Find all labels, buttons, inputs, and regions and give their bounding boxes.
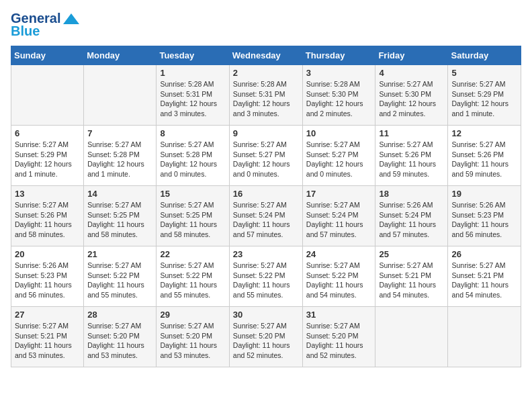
calendar-cell: 20Sunrise: 5:26 AM Sunset: 5:23 PM Dayli… xyxy=(11,246,84,307)
day-info: Sunrise: 5:27 AM Sunset: 5:26 PM Dayligh… xyxy=(379,140,444,179)
day-number: 24 xyxy=(306,249,372,259)
calendar-cell: 16Sunrise: 5:27 AM Sunset: 5:24 PM Dayli… xyxy=(229,186,302,246)
day-info: Sunrise: 5:27 AM Sunset: 5:24 PM Dayligh… xyxy=(306,200,372,240)
day-number: 13 xyxy=(15,189,80,199)
day-number: 31 xyxy=(306,310,372,320)
day-number: 12 xyxy=(451,128,517,138)
week-row-5: 27Sunrise: 5:27 AM Sunset: 5:21 PM Dayli… xyxy=(11,307,521,367)
day-number: 10 xyxy=(306,128,372,138)
day-number: 3 xyxy=(306,68,372,78)
day-info: Sunrise: 5:26 AM Sunset: 5:23 PM Dayligh… xyxy=(451,200,517,240)
header-row: SundayMondayTuesdayWednesdayThursdayFrid… xyxy=(11,46,521,65)
header-cell-sunday: Sunday xyxy=(11,46,84,65)
calendar-cell: 3Sunrise: 5:28 AM Sunset: 5:30 PM Daylig… xyxy=(302,65,375,126)
day-info: Sunrise: 5:28 AM Sunset: 5:31 PM Dayligh… xyxy=(160,79,225,119)
header-cell-saturday: Saturday xyxy=(448,46,521,65)
day-number: 6 xyxy=(15,128,80,138)
calendar-cell: 29Sunrise: 5:27 AM Sunset: 5:20 PM Dayli… xyxy=(157,307,229,367)
day-number: 20 xyxy=(15,249,80,259)
day-number: 23 xyxy=(233,249,299,259)
day-number: 16 xyxy=(233,189,299,199)
calendar-cell: 22Sunrise: 5:27 AM Sunset: 5:22 PM Dayli… xyxy=(157,246,229,307)
logo-icon xyxy=(62,12,81,26)
calendar-cell: 21Sunrise: 5:27 AM Sunset: 5:22 PM Dayli… xyxy=(84,246,157,307)
calendar-cell: 17Sunrise: 5:27 AM Sunset: 5:24 PM Dayli… xyxy=(302,186,375,246)
calendar-cell: 1Sunrise: 5:28 AM Sunset: 5:31 PM Daylig… xyxy=(157,65,229,126)
day-info: Sunrise: 5:28 AM Sunset: 5:30 PM Dayligh… xyxy=(306,79,372,119)
calendar-cell: 8Sunrise: 5:27 AM Sunset: 5:28 PM Daylig… xyxy=(157,126,229,186)
week-row-4: 20Sunrise: 5:26 AM Sunset: 5:23 PM Dayli… xyxy=(11,246,521,307)
calendar-cell: 26Sunrise: 5:27 AM Sunset: 5:21 PM Dayli… xyxy=(448,246,521,307)
day-info: Sunrise: 5:26 AM Sunset: 5:23 PM Dayligh… xyxy=(15,261,80,300)
calendar-body: 1Sunrise: 5:28 AM Sunset: 5:31 PM Daylig… xyxy=(11,65,521,367)
day-number: 21 xyxy=(87,249,152,259)
day-number: 11 xyxy=(379,128,444,138)
calendar-cell: 14Sunrise: 5:27 AM Sunset: 5:25 PM Dayli… xyxy=(84,186,157,246)
day-info: Sunrise: 5:27 AM Sunset: 5:20 PM Dayligh… xyxy=(306,321,372,361)
week-row-2: 6Sunrise: 5:27 AM Sunset: 5:29 PM Daylig… xyxy=(11,126,521,186)
calendar-cell: 18Sunrise: 5:26 AM Sunset: 5:24 PM Dayli… xyxy=(375,186,448,246)
svg-marker-0 xyxy=(63,13,79,24)
day-info: Sunrise: 5:27 AM Sunset: 5:22 PM Dayligh… xyxy=(87,261,152,300)
logo-blue-text: Blue xyxy=(11,24,40,39)
calendar-cell: 4Sunrise: 5:27 AM Sunset: 5:30 PM Daylig… xyxy=(375,65,448,126)
day-info: Sunrise: 5:27 AM Sunset: 5:28 PM Dayligh… xyxy=(87,140,152,179)
day-info: Sunrise: 5:26 AM Sunset: 5:24 PM Dayligh… xyxy=(379,200,444,240)
day-number: 19 xyxy=(451,189,517,199)
day-info: Sunrise: 5:27 AM Sunset: 5:21 PM Dayligh… xyxy=(379,261,444,300)
day-number: 1 xyxy=(160,68,225,78)
day-number: 15 xyxy=(160,189,225,199)
calendar-cell: 25Sunrise: 5:27 AM Sunset: 5:21 PM Dayli… xyxy=(375,246,448,307)
header-cell-thursday: Thursday xyxy=(302,46,375,65)
day-info: Sunrise: 5:27 AM Sunset: 5:21 PM Dayligh… xyxy=(451,261,517,300)
day-number: 28 xyxy=(87,310,152,320)
day-info: Sunrise: 5:28 AM Sunset: 5:31 PM Dayligh… xyxy=(233,79,299,119)
calendar-cell: 27Sunrise: 5:27 AM Sunset: 5:21 PM Dayli… xyxy=(11,307,84,367)
calendar-table: SundayMondayTuesdayWednesdayThursdayFrid… xyxy=(11,46,521,367)
day-number: 22 xyxy=(160,249,225,259)
day-info: Sunrise: 5:27 AM Sunset: 5:20 PM Dayligh… xyxy=(87,321,152,361)
calendar-cell: 12Sunrise: 5:27 AM Sunset: 5:26 PM Dayli… xyxy=(448,126,521,186)
day-info: Sunrise: 5:27 AM Sunset: 5:22 PM Dayligh… xyxy=(160,261,225,300)
calendar-cell: 5Sunrise: 5:27 AM Sunset: 5:29 PM Daylig… xyxy=(448,65,521,126)
calendar-cell xyxy=(11,65,84,126)
day-info: Sunrise: 5:27 AM Sunset: 5:29 PM Dayligh… xyxy=(15,140,80,179)
day-number: 27 xyxy=(15,310,80,320)
day-number: 8 xyxy=(160,128,225,138)
day-info: Sunrise: 5:27 AM Sunset: 5:26 PM Dayligh… xyxy=(451,140,517,179)
calendar-cell: 10Sunrise: 5:27 AM Sunset: 5:27 PM Dayli… xyxy=(302,126,375,186)
day-number: 25 xyxy=(379,249,444,259)
calendar-cell: 24Sunrise: 5:27 AM Sunset: 5:22 PM Dayli… xyxy=(302,246,375,307)
calendar-cell xyxy=(448,307,521,367)
day-number: 18 xyxy=(379,189,444,199)
calendar-cell: 30Sunrise: 5:27 AM Sunset: 5:20 PM Dayli… xyxy=(229,307,302,367)
day-info: Sunrise: 5:27 AM Sunset: 5:29 PM Dayligh… xyxy=(451,79,517,119)
day-number: 30 xyxy=(233,310,299,320)
calendar-cell: 28Sunrise: 5:27 AM Sunset: 5:20 PM Dayli… xyxy=(84,307,157,367)
page-header: General Blue xyxy=(11,11,521,39)
calendar-cell: 6Sunrise: 5:27 AM Sunset: 5:29 PM Daylig… xyxy=(11,126,84,186)
day-info: Sunrise: 5:27 AM Sunset: 5:27 PM Dayligh… xyxy=(306,140,372,179)
calendar-cell: 23Sunrise: 5:27 AM Sunset: 5:22 PM Dayli… xyxy=(229,246,302,307)
week-row-1: 1Sunrise: 5:28 AM Sunset: 5:31 PM Daylig… xyxy=(11,65,521,126)
day-number: 29 xyxy=(160,310,225,320)
header-cell-wednesday: Wednesday xyxy=(229,46,302,65)
day-info: Sunrise: 5:27 AM Sunset: 5:26 PM Dayligh… xyxy=(15,200,80,240)
calendar-cell: 2Sunrise: 5:28 AM Sunset: 5:31 PM Daylig… xyxy=(229,65,302,126)
day-info: Sunrise: 5:27 AM Sunset: 5:20 PM Dayligh… xyxy=(160,321,225,361)
header-cell-tuesday: Tuesday xyxy=(157,46,229,65)
day-info: Sunrise: 5:27 AM Sunset: 5:20 PM Dayligh… xyxy=(233,321,299,361)
calendar-cell: 31Sunrise: 5:27 AM Sunset: 5:20 PM Dayli… xyxy=(302,307,375,367)
day-number: 14 xyxy=(87,189,152,199)
logo: General Blue xyxy=(11,11,81,39)
day-number: 9 xyxy=(233,128,299,138)
calendar-cell: 9Sunrise: 5:27 AM Sunset: 5:27 PM Daylig… xyxy=(229,126,302,186)
calendar-cell: 13Sunrise: 5:27 AM Sunset: 5:26 PM Dayli… xyxy=(11,186,84,246)
calendar-header: SundayMondayTuesdayWednesdayThursdayFrid… xyxy=(11,46,521,65)
header-cell-friday: Friday xyxy=(375,46,448,65)
calendar-cell: 7Sunrise: 5:27 AM Sunset: 5:28 PM Daylig… xyxy=(84,126,157,186)
day-info: Sunrise: 5:27 AM Sunset: 5:22 PM Dayligh… xyxy=(306,261,372,300)
calendar-cell: 15Sunrise: 5:27 AM Sunset: 5:25 PM Dayli… xyxy=(157,186,229,246)
day-number: 4 xyxy=(379,68,444,78)
calendar-cell xyxy=(84,65,157,126)
